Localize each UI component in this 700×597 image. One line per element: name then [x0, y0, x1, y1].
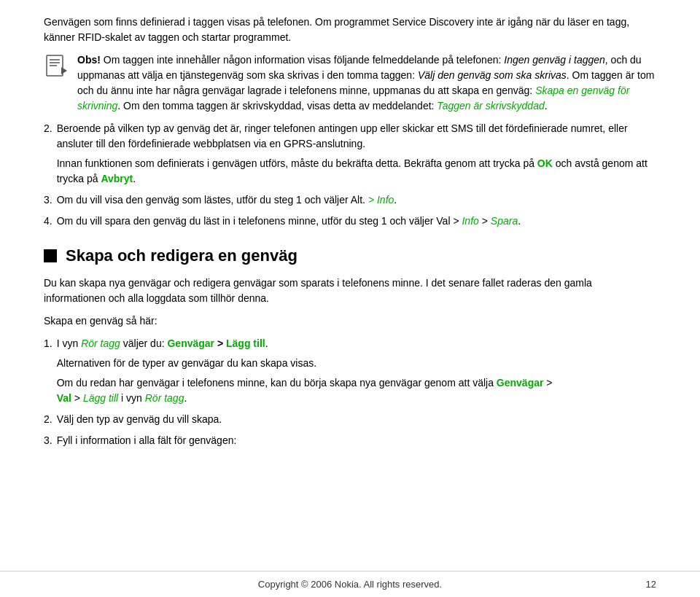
obs-label: Obs!	[77, 54, 101, 66]
steps-list: 1. I vyn Rör tagg väljer du: Genvägar > …	[44, 336, 656, 448]
section-heading: Skapa och redigera en genväg	[44, 246, 656, 265]
step-1: 1. I vyn Rör tagg väljer du: Genvägar > …	[44, 336, 656, 406]
step-3: 3. Fyll i information i alla fält för ge…	[44, 433, 656, 448]
intro-paragraph-1: Genvägen som finns definierad i taggen v…	[44, 15, 656, 45]
list-item-2: 2. Beroende på vilken typ av genväg det …	[44, 121, 656, 187]
skapa-label: Skapa en genväg så här:	[44, 313, 656, 329]
section-intro: Du kan skapa nya genvägar och redigera g…	[44, 276, 656, 306]
spara-link: Spara	[491, 215, 518, 227]
genvagar-link: Genvägar	[167, 337, 214, 349]
lagg-till-link: Lägg till	[226, 337, 265, 349]
info-link-3: > Info	[365, 194, 394, 206]
page-content: Genvägen som finns definierad i taggen v…	[0, 0, 700, 571]
section-heading-text: Skapa och redigera en genväg	[66, 246, 298, 265]
step-2: 2. Välj den typ av genväg du vill skapa.	[44, 412, 656, 427]
ok-link: OK	[537, 157, 553, 169]
obs-icon	[44, 54, 70, 82]
ror-tagg-link: Rör tagg	[81, 337, 120, 349]
obs-italic2: Välj den genväg som ska skrivas	[418, 69, 567, 81]
svg-marker-4	[61, 67, 67, 74]
page-footer: Copyright © 2006 Nokia. All rights reser…	[0, 571, 700, 597]
genvagar-link-2: Genvägar	[497, 377, 544, 389]
lagg-till-link-2: Lägg till	[83, 392, 118, 404]
obs-text: Obs! Om taggen inte innehåller någon inf…	[77, 52, 656, 114]
obs-italic1: Ingen genväg i taggen	[504, 54, 605, 66]
avbryt-link: Avbryt	[101, 173, 133, 184]
heading-square-icon	[44, 249, 57, 262]
list-item-4: 4. Om du vill spara den genväg du läst i…	[44, 214, 656, 229]
numbered-list: 2. Beroende på vilken typ av genväg det …	[44, 121, 656, 229]
obs-italic4: Taggen är skrivskyddad	[437, 100, 544, 112]
footer-page-number: 12	[646, 579, 656, 590]
ror-tagg-link-2: Rör tagg	[145, 392, 184, 404]
list-item-3: 3. Om du vill visa den genväg som lästes…	[44, 192, 656, 208]
val-link: Val	[57, 392, 71, 404]
footer-copyright: Copyright © 2006 Nokia. All rights reser…	[258, 579, 442, 590]
info-link-4: Info	[462, 215, 478, 227]
obs-block: Obs! Om taggen inte innehåller någon inf…	[44, 52, 656, 114]
